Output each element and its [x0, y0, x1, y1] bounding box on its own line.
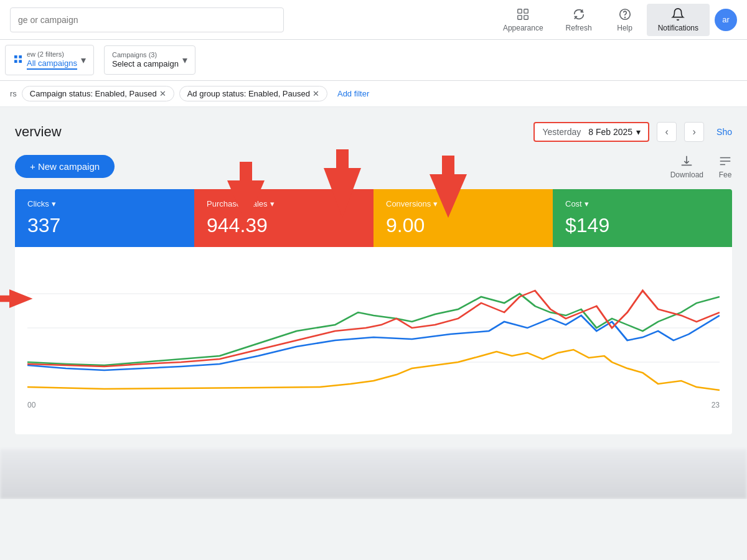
conversions-dropdown-arrow: ▾: [433, 199, 438, 208]
svg-point-5: [624, 17, 625, 17]
chart-container: 00 23: [15, 247, 732, 434]
notifications-button[interactable]: Notifications: [647, 4, 710, 36]
view-dropdown-prefix: ew (2 filters): [27, 50, 77, 58]
cost-card[interactable]: Cost ▾ $149: [553, 189, 732, 247]
refresh-label: Refresh: [566, 24, 592, 32]
campaign-dropdown-label: Select a campaign: [112, 59, 179, 69]
svg-rect-0: [518, 9, 522, 12]
date-range-section: Yesterday 8 Feb 2025 ▾: [533, 122, 649, 142]
x-label-end: 23: [712, 401, 720, 409]
clicks-value: 337: [27, 213, 182, 237]
help-button[interactable]: Help: [603, 4, 647, 36]
download-button[interactable]: Download: [670, 154, 703, 179]
date-value: 8 Feb 2025: [588, 127, 632, 137]
purchases-label: Purchases/Sales ▾: [207, 199, 361, 208]
svg-rect-8: [14, 60, 17, 63]
action-icons: Download Fee: [670, 154, 732, 179]
overview-header: verview Yesterday 8 Feb 2025 ▾ ‹ › Sho: [0, 122, 732, 142]
cost-dropdown-arrow: ▾: [585, 199, 589, 208]
chip-close-icon: ✕: [159, 89, 166, 98]
main-content: verview Yesterday 8 Feb 2025 ▾ ‹ › Sho +…: [0, 107, 747, 434]
user-avatar[interactable]: ar: [715, 9, 737, 31]
clicks-label: Clicks ▾: [27, 199, 182, 208]
cost-label: Cost ▾: [565, 199, 720, 208]
prev-date-button[interactable]: ‹: [657, 122, 677, 142]
x-label-start: 00: [27, 401, 35, 409]
metrics-row: Clicks ▾ 337 Purchases/Sales ▾ 944.39 Co…: [15, 189, 732, 247]
svg-rect-1: [524, 9, 528, 12]
action-row: + New campaign Download Fee: [0, 154, 732, 179]
filter-row: ew (2 filters) All campaigns ▾ Campaigns…: [0, 40, 747, 81]
active-filters-bar: rs Campaign status: Enabled, Paused ✕ Ad…: [0, 81, 747, 107]
purchases-value: 944.39: [207, 213, 361, 237]
cost-value: $149: [565, 213, 720, 237]
conversions-label: Conversions ▾: [386, 199, 540, 208]
chart-x-labels: 00 23: [27, 398, 720, 409]
filters-label: rs: [10, 89, 17, 98]
view-dropdown-arrow: ▾: [81, 54, 86, 66]
feed-button[interactable]: Fee: [718, 154, 732, 179]
campaign-dropdown-arrow: ▾: [182, 54, 187, 66]
campaign-dropdown-prefix: Campaigns (3): [112, 51, 179, 59]
appearance-label: Appearance: [503, 24, 543, 32]
new-campaign-button[interactable]: + New campaign: [15, 155, 115, 178]
svg-rect-3: [524, 15, 528, 19]
view-dropdown[interactable]: ew (2 filters) All campaigns ▾: [5, 45, 94, 75]
clicks-dropdown-arrow: ▾: [52, 199, 56, 208]
date-label: Yesterday: [542, 127, 581, 137]
clicks-card[interactable]: Clicks ▾ 337: [15, 189, 194, 247]
add-filter-button[interactable]: Add filter: [332, 86, 374, 101]
show-link[interactable]: Sho: [716, 127, 732, 137]
top-nav: Appearance Refresh Help Notifications: [0, 0, 747, 40]
conversions-value: 9.00: [386, 213, 540, 237]
svg-rect-6: [14, 55, 17, 58]
date-dropdown[interactable]: 8 Feb 2025 ▾: [588, 127, 641, 137]
campaign-status-chip[interactable]: Campaign status: Enabled, Paused ✕: [22, 86, 174, 101]
svg-rect-7: [19, 55, 22, 58]
help-label: Help: [617, 24, 632, 32]
view-dropdown-icon: [13, 54, 23, 66]
nav-icons: Appearance Refresh Help Notifications: [492, 4, 737, 36]
yellow-line: [27, 350, 720, 390]
svg-rect-2: [518, 15, 522, 19]
page-title: verview: [15, 124, 533, 140]
chart-svg: [27, 259, 720, 396]
feed-label: Fee: [719, 170, 732, 179]
red-line: [27, 291, 720, 366]
notifications-label: Notifications: [658, 24, 698, 32]
next-date-button[interactable]: ›: [684, 122, 704, 142]
svg-rect-9: [19, 60, 22, 63]
appearance-button[interactable]: Appearance: [492, 4, 555, 36]
conversions-card[interactable]: Conversions ▾ 9.00: [374, 189, 553, 247]
refresh-button[interactable]: Refresh: [555, 4, 603, 36]
view-dropdown-label: All campaigns: [27, 58, 77, 70]
purchases-dropdown-arrow: ▾: [270, 199, 275, 208]
date-dropdown-arrow: ▾: [636, 127, 641, 137]
purchases-card[interactable]: Purchases/Sales ▾ 944.39: [194, 189, 374, 247]
download-label: Download: [670, 170, 703, 179]
adgroup-status-chip[interactable]: Ad group status: Enabled, Paused ✕: [179, 86, 327, 101]
bottom-blurred-section: [0, 449, 747, 499]
chip-close-icon-2: ✕: [312, 89, 319, 98]
campaign-dropdown[interactable]: Campaigns (3) Select a campaign ▾: [104, 45, 195, 75]
green-line: [27, 294, 720, 365]
search-input[interactable]: [10, 7, 284, 32]
